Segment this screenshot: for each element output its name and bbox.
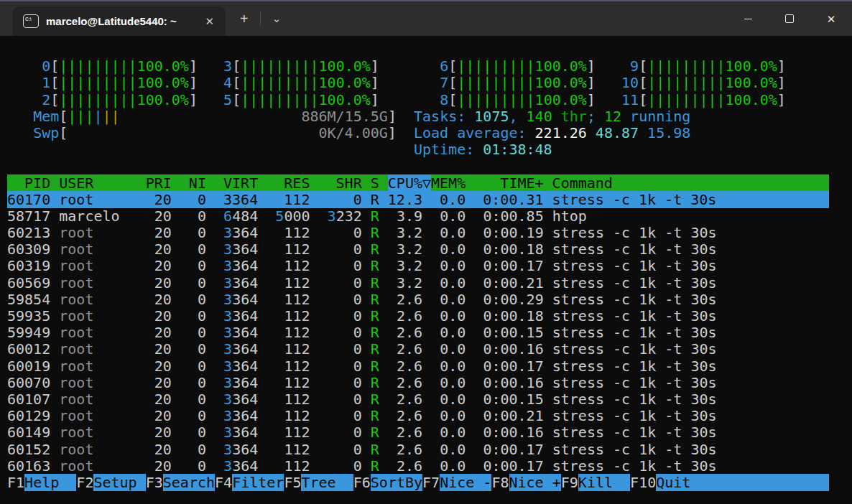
process-row[interactable]: 59949 root 20 0 3364 112 0 R 2.6 0.0 0:0… — [7, 325, 717, 341]
uptime-value: 01:38:48 — [483, 141, 552, 158]
fkey-label-F3[interactable]: Search — [163, 474, 215, 491]
cpu-meter-id: 4 — [215, 74, 232, 91]
user-cell: root — [59, 441, 136, 458]
time-cell: 0:00.17 — [474, 457, 543, 475]
terminal-window: C:\ marcelo@Latitude5440: ~ ✕ + ⌄ ✕ 0[||… — [0, 0, 852, 504]
process-row[interactable]: 58717 marcelo 20 0 6484 5000 3232 R 3.9 … — [7, 208, 587, 225]
fkey-F3[interactable]: F3 — [146, 474, 163, 491]
tab-close-icon[interactable]: ✕ — [200, 14, 218, 29]
window-close-icon: ✕ — [827, 14, 836, 24]
process-row[interactable]: 60569 root 20 0 3364 112 0 R 3.2 0.0 0:0… — [7, 275, 717, 291]
process-row[interactable]: 60309 root 20 0 3364 112 0 R 3.2 0.0 0:0… — [7, 241, 717, 258]
cpu-meter-id: 9 — [621, 57, 639, 75]
memory-bar-pipe: | — [85, 108, 93, 125]
state-cell: R — [371, 307, 379, 325]
process-row[interactable]: 60170 root 20 0 3364 112 0 R 12.3 0.0 0:… — [7, 192, 829, 208]
fkey-label-F6[interactable]: SortBy — [371, 474, 422, 491]
time-cell: 0:00.21 — [474, 274, 543, 291]
process-row[interactable]: 60129 root 20 0 3364 112 0 R 2.6 0.0 0:0… — [7, 408, 717, 424]
memory-row: Mem[|||||| 886M/15.5G] Tasks: 1075, 140 … — [7, 108, 690, 125]
command-cell: stress -c 1k -t 30s — [552, 441, 717, 458]
user-cell: root — [59, 391, 136, 408]
table-header-columns[interactable]: MEM% TIME+ Command — [431, 174, 829, 192]
table-header-row[interactable]: PID USER PRI NI VIRT RES SHR S CPU%▽MEM%… — [7, 175, 829, 192]
command-cell: stress -c 1k -t 30s — [552, 374, 717, 391]
process-row[interactable]: 60152 root 20 0 3364 112 0 R 2.6 0.0 0:0… — [7, 442, 717, 458]
time-cell: 0:00.17 — [474, 257, 543, 274]
table-header-columns[interactable]: PID USER PRI NI VIRT RES SHR S — [7, 174, 388, 192]
process-row-selected[interactable]: 60170 root 20 0 3364 112 0 R 12.3 0.0 0:… — [7, 191, 829, 208]
cpu-meter-bar: ||||||||| — [457, 91, 534, 108]
fkey-label-F2[interactable]: Setup — [93, 474, 145, 491]
state-cell: R — [371, 207, 379, 225]
fkey-label-F10[interactable]: Quit — [656, 474, 708, 491]
process-row[interactable]: 60019 root 20 0 3364 112 0 R 2.6 0.0 0:0… — [7, 358, 717, 375]
fkey-label-F1[interactable]: Help — [24, 474, 76, 491]
process-row[interactable]: 60107 root 20 0 3364 112 0 R 2.6 0.0 0:0… — [7, 391, 717, 408]
fkey-label-F8[interactable]: Nice + — [509, 474, 561, 491]
terminal-tab[interactable]: C:\ marcelo@Latitude5440: ~ ✕ — [13, 6, 226, 36]
command-cell: stress -c 1k -t 30s — [552, 457, 717, 475]
cpu-meter-id: 8 — [431, 91, 448, 108]
process-row[interactable]: 60163 root 20 0 3364 112 0 R 2.6 0.0 0:0… — [7, 458, 717, 475]
cpu-cell: 3.2 — [388, 224, 422, 241]
table-header-sort-column[interactable]: CPU%▽ — [388, 174, 431, 192]
process-row[interactable]: 60149 root 20 0 3364 112 0 R 2.6 0.0 0:0… — [7, 424, 717, 441]
process-row[interactable]: 60070 root 20 0 3364 112 0 R 2.6 0.0 0:0… — [7, 375, 717, 391]
command-cell: stress -c 1k -t 30s — [552, 324, 717, 341]
fkey-F8[interactable]: F8 — [491, 474, 509, 491]
function-key-bar[interactable]: F1Help F2Setup F3SearchF4FilterF5Tree F6… — [7, 475, 829, 491]
memory-bar-pipe: | — [102, 108, 111, 125]
fkey-F4[interactable]: F4 — [215, 474, 232, 491]
fkey-F2[interactable]: F2 — [76, 474, 93, 491]
time-cell: 0:00.19 — [474, 224, 543, 241]
fkey-F9[interactable]: F9 — [561, 474, 578, 491]
time-cell: 0:00.29 — [474, 291, 543, 308]
titlebar: C:\ marcelo@Latitude5440: ~ ✕ + ⌄ ✕ — [0, 1, 852, 36]
cpu-meter-bar: ||||||||| — [647, 74, 725, 91]
state-cell: R — [371, 340, 379, 358]
fkey-F1[interactable]: F1 — [7, 474, 24, 491]
process-row[interactable]: 60012 root 20 0 3364 112 0 R 2.6 0.0 0:0… — [7, 341, 717, 358]
cpu-meter-bar: ||||||||| — [241, 74, 318, 91]
fkey-label-F9[interactable]: Kill — [578, 474, 630, 491]
user-cell: root — [59, 257, 136, 274]
user-cell: root — [59, 424, 136, 441]
cpu-meter-id: 0 — [33, 57, 50, 75]
process-row[interactable]: 59854 root 20 0 3364 112 0 R 2.6 0.0 0:0… — [7, 291, 717, 308]
process-row[interactable]: 59935 root 20 0 3364 112 0 R 2.6 0.0 0:0… — [7, 308, 717, 325]
uptime-row: Uptime: 01:38:48 — [7, 141, 552, 158]
new-tab-button[interactable]: + — [228, 1, 260, 36]
fkey-F10[interactable]: F10 — [630, 474, 656, 491]
close-button[interactable]: ✕ — [810, 1, 852, 36]
maximize-button[interactable] — [769, 1, 810, 36]
memory-label: Mem — [33, 108, 59, 125]
mem-cell: 0.0 — [431, 441, 466, 458]
pid-cell: 59854 — [7, 291, 50, 308]
user-cell: root — [59, 340, 136, 358]
minimize-button[interactable] — [727, 1, 769, 36]
blank-line — [7, 42, 14, 58]
command-cell: stress -c 1k -t 30s — [552, 257, 717, 274]
fkey-label-F4[interactable]: Filter — [232, 474, 284, 491]
fkey-label-F7[interactable]: Nice - — [440, 474, 491, 491]
cpu-meter-value: 100.0% — [726, 57, 777, 75]
process-row[interactable]: 60213 root 20 0 3364 112 0 R 3.2 0.0 0:0… — [7, 225, 717, 241]
fkey-F7[interactable]: F7 — [422, 474, 440, 491]
fkey-F5[interactable]: F5 — [284, 474, 301, 491]
cpu-meter-value: 100.0% — [319, 57, 371, 75]
cpu-meter-id: 1 — [33, 74, 50, 91]
fkey-F6[interactable]: F6 — [353, 474, 371, 491]
user-cell: root — [59, 324, 136, 341]
cpu-meter-bar: ||||||||| — [241, 57, 318, 75]
load-5min: 48.87 — [596, 124, 639, 141]
time-cell: 0:00.16 — [474, 374, 543, 391]
process-row[interactable]: 60319 root 20 0 3364 112 0 R 3.2 0.0 0:0… — [7, 258, 717, 274]
pid-cell: 60163 — [7, 457, 50, 475]
fkey-label-F5[interactable]: Tree — [301, 474, 353, 491]
mem-cell: 0.0 — [431, 224, 466, 241]
command-cell: stress -c 1k -t 30s — [552, 340, 717, 358]
pid-cell: 60019 — [7, 358, 50, 375]
tab-dropdown-button[interactable]: ⌄ — [261, 1, 293, 36]
time-cell: 0:00.16 — [474, 340, 543, 358]
